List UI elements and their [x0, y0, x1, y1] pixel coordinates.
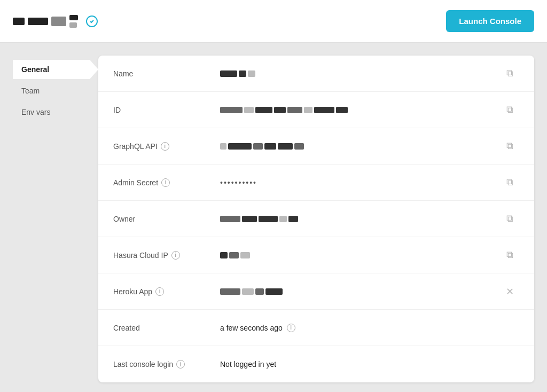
sidebar-item-env-vars[interactable]: Env vars — [13, 103, 98, 122]
redacted-block — [220, 143, 226, 150]
copy-icon[interactable]: ⧉ — [506, 104, 513, 115]
page-layout: General Team Env vars Name ⧉ ID — [0, 43, 547, 392]
launch-console-button[interactable]: Launch Console — [446, 10, 534, 32]
action-copy-admin-secret[interactable]: ⧉ — [500, 177, 519, 188]
redacted-block — [259, 216, 278, 222]
row-id: ID ⧉ — [98, 92, 534, 128]
redacted-block — [229, 252, 239, 258]
value-graphql-api — [220, 143, 500, 150]
redacted-block — [220, 252, 228, 258]
value-admin-secret: •••••••••• — [220, 178, 500, 187]
redacted-block — [287, 107, 302, 113]
sidebar: General Team Env vars — [13, 56, 98, 382]
copy-icon[interactable]: ⧉ — [506, 213, 513, 224]
action-copy-id[interactable]: ⧉ — [500, 104, 519, 115]
redacted-block — [265, 288, 283, 295]
info-icon-last-console-login: i — [176, 360, 185, 369]
redacted-block — [242, 288, 254, 295]
redacted-block — [294, 143, 304, 150]
action-copy-owner[interactable]: ⧉ — [500, 213, 519, 224]
action-copy-hasura-cloud-ip[interactable]: ⧉ — [500, 249, 519, 261]
redacted-block — [278, 143, 293, 150]
label-id: ID — [113, 106, 220, 114]
redacted-block — [336, 107, 348, 113]
row-graphql-api: GraphQL API i ⧉ — [98, 128, 534, 164]
logo-sub — [69, 15, 78, 28]
redacted-block — [244, 107, 254, 113]
sidebar-item-team[interactable]: Team — [13, 81, 98, 100]
redacted-block — [279, 216, 287, 222]
logo — [13, 15, 78, 28]
label-admin-secret: Admin Secret i — [113, 178, 220, 187]
action-close-heroku[interactable]: ✕ — [500, 286, 519, 297]
redacted-block — [220, 107, 243, 113]
copy-icon[interactable]: ⧉ — [506, 249, 513, 261]
copy-icon[interactable]: ⧉ — [506, 140, 513, 152]
sidebar-item-general[interactable]: General — [13, 60, 98, 79]
info-icon-hasura-cloud-ip: i — [171, 251, 180, 260]
label-name: Name — [113, 69, 220, 78]
redacted-block — [240, 252, 250, 258]
close-icon[interactable]: ✕ — [506, 286, 514, 297]
header: Launch Console — [0, 0, 547, 43]
row-heroku-app: Heroku App i ✕ — [98, 273, 534, 310]
main-panel: Name ⧉ ID — [98, 56, 534, 382]
row-name: Name ⧉ — [98, 56, 534, 92]
redacted-block — [239, 70, 246, 77]
copy-icon[interactable]: ⧉ — [506, 68, 513, 79]
redacted-block — [274, 107, 286, 113]
redacted-block — [288, 216, 298, 222]
logo-part-2 — [28, 18, 48, 25]
row-last-console-login: Last console login i Not logged in yet — [98, 346, 534, 382]
redacted-block — [228, 143, 252, 150]
label-owner: Owner — [113, 215, 220, 223]
redacted-block — [304, 107, 312, 113]
logo-part-4 — [69, 15, 78, 20]
value-heroku-app — [220, 288, 500, 295]
action-copy-graphql[interactable]: ⧉ — [500, 140, 519, 152]
logo-part-5 — [69, 22, 77, 28]
redacted-block — [255, 107, 272, 113]
value-last-console-login: Not logged in yet — [220, 360, 500, 369]
label-graphql-api: GraphQL API i — [113, 142, 220, 151]
info-icon-created: i — [287, 324, 295, 332]
label-created: Created — [113, 324, 220, 332]
redacted-block — [220, 70, 237, 77]
redacted-block — [255, 288, 264, 295]
label-heroku-app: Heroku App i — [113, 287, 220, 296]
row-hasura-cloud-ip: Hasura Cloud IP i ⧉ — [98, 237, 534, 273]
row-admin-secret: Admin Secret i •••••••••• ⧉ — [98, 164, 534, 201]
copy-icon[interactable]: ⧉ — [506, 177, 513, 188]
info-icon-admin-secret: i — [161, 178, 170, 187]
last-login-text: Not logged in yet — [220, 360, 276, 369]
logo-part-1 — [13, 18, 25, 25]
redacted-block — [220, 216, 240, 222]
value-hasura-cloud-ip — [220, 252, 500, 258]
redacted-block — [220, 288, 240, 295]
created-text: a few seconds ago — [220, 324, 283, 332]
value-created: a few seconds ago i — [220, 324, 500, 332]
row-created: Created a few seconds ago i — [98, 310, 534, 346]
redacted-block — [242, 216, 257, 222]
info-icon-graphql: i — [161, 142, 169, 151]
redacted-block — [248, 70, 255, 77]
info-icon-heroku-app: i — [155, 287, 164, 296]
value-owner — [220, 216, 500, 222]
redacted-block — [314, 107, 334, 113]
label-hasura-cloud-ip: Hasura Cloud IP i — [113, 251, 220, 260]
row-owner: Owner ⧉ — [98, 201, 534, 237]
logo-area — [13, 15, 98, 28]
check-circle-icon — [85, 15, 98, 28]
logo-part-3 — [51, 17, 66, 26]
action-copy-name[interactable]: ⧉ — [500, 68, 519, 79]
value-id — [220, 107, 500, 113]
label-last-console-login: Last console login i — [113, 360, 220, 369]
redacted-block — [264, 143, 276, 150]
redacted-block — [253, 143, 263, 150]
value-name — [220, 70, 500, 77]
dots-value: •••••••••• — [220, 178, 257, 187]
